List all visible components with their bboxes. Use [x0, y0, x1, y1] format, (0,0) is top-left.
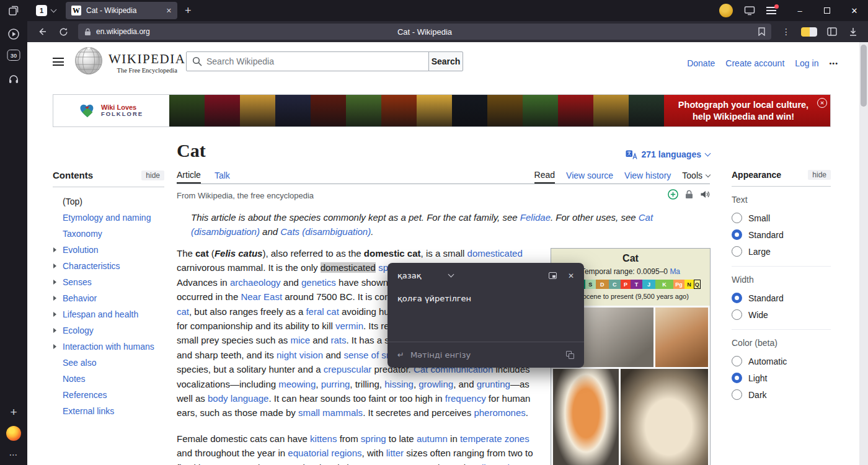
- toc-link[interactable]: Etymology and naming: [63, 213, 151, 223]
- wiki-link[interactable]: litter: [386, 448, 404, 458]
- wiki-link[interactable]: rats: [330, 335, 346, 345]
- minimize-button[interactable]: –: [786, 0, 813, 21]
- wikipedia-wordmark[interactable]: WIKIPEDIA The Free Encyclopedia: [108, 51, 185, 74]
- toc-item[interactable]: Ecology: [53, 322, 164, 339]
- appearance-option-dark[interactable]: Dark: [732, 386, 831, 403]
- wiki-link[interactable]: kittens: [310, 433, 337, 444]
- radio-selected[interactable]: [732, 229, 742, 240]
- toc-item[interactable]: Behavior: [53, 290, 164, 306]
- appearance-option-standard[interactable]: Standard: [732, 290, 831, 306]
- cat-photo-ginger[interactable]: [655, 308, 708, 367]
- wiki-link[interactable]: pedigreed cats: [468, 463, 529, 465]
- popup-close-icon[interactable]: ✕: [568, 272, 574, 280]
- wiki-link[interactable]: small mammals: [298, 407, 363, 418]
- toc-link[interactable]: (Top): [63, 197, 82, 206]
- toc-item[interactable]: Taxonomy: [53, 226, 164, 242]
- chevron-right-icon[interactable]: [53, 312, 56, 317]
- wiki-link[interactable]: meowing: [278, 379, 316, 389]
- search-button[interactable]: Search: [428, 51, 463, 71]
- wiki-link[interactable]: frequency: [445, 393, 486, 404]
- toc-item[interactable]: See also: [53, 355, 164, 371]
- reload-button[interactable]: [55, 23, 72, 40]
- wiki-link[interactable]: pheromones: [474, 407, 525, 418]
- toc-item[interactable]: Etymology and naming: [53, 210, 164, 226]
- toc-link[interactable]: Ecology: [63, 326, 94, 335]
- toc-item[interactable]: (Top): [53, 193, 164, 210]
- sidebar-new-icon[interactable]: +: [6, 405, 21, 419]
- create-account-link[interactable]: Create account: [725, 58, 784, 68]
- tab-close-icon[interactable]: ✕: [166, 7, 172, 15]
- extension-icon[interactable]: [801, 27, 817, 37]
- wiki-link[interactable]: Near East: [241, 291, 282, 302]
- radio-selected[interactable]: [732, 373, 742, 383]
- banner-close-icon[interactable]: ✕: [817, 98, 827, 108]
- wiki-link[interactable]: hissing: [384, 379, 414, 389]
- chevron-right-icon[interactable]: [53, 344, 56, 349]
- cat-photo-siamese[interactable]: [621, 369, 708, 465]
- maximize-button[interactable]: [813, 0, 841, 21]
- extension-badge-30[interactable]: 30: [7, 50, 20, 61]
- toc-link[interactable]: Characteristics: [63, 261, 120, 271]
- chevron-right-icon[interactable]: [53, 264, 56, 268]
- wiki-link[interactable]: feral cat: [306, 306, 339, 317]
- appearance-option-wide[interactable]: Wide: [732, 306, 831, 323]
- wiki-link[interactable]: crepuscular: [324, 364, 372, 374]
- chevron-right-icon[interactable]: [53, 247, 56, 252]
- wiki-link[interactable]: night vision: [277, 350, 323, 360]
- profile-avatar[interactable]: [719, 4, 733, 17]
- wiki-link[interactable]: genetics: [301, 277, 336, 288]
- copy-icon[interactable]: [566, 351, 574, 359]
- media-play-icon[interactable]: [6, 27, 21, 41]
- firefox-logo-icon[interactable]: [6, 427, 21, 440]
- toc-item[interactable]: Evolution: [53, 242, 164, 258]
- cast-icon[interactable]: [744, 6, 755, 16]
- toc-item[interactable]: References: [53, 387, 164, 403]
- wiki-link[interactable]: purring: [321, 379, 350, 389]
- page-scrollbar[interactable]: [859, 42, 868, 465]
- banner-message-area[interactable]: Photograph your local culture, help Wiki…: [664, 95, 830, 126]
- tab-counter[interactable]: 1: [32, 3, 60, 18]
- open-in-window-icon[interactable]: [549, 272, 557, 279]
- wiki-link[interactable]: mice: [290, 335, 310, 345]
- appearance-option-light[interactable]: Light: [732, 370, 831, 386]
- radio-selected[interactable]: [732, 293, 742, 303]
- url-bar[interactable]: en.wikipedia.org Cat - Wikipedia: [78, 24, 771, 40]
- appearance-option-automatic[interactable]: Automatic: [732, 353, 831, 370]
- wiki-link[interactable]: spring: [361, 433, 386, 444]
- view-history[interactable]: View history: [624, 167, 671, 184]
- radio-unselected[interactable]: [732, 213, 742, 223]
- languages-button[interactable]: 271 languages: [626, 149, 711, 159]
- appearance-option-small[interactable]: Small: [732, 210, 831, 226]
- campaign-banner[interactable]: Wiki Loves FOLKLORE Photograph your loca…: [53, 94, 831, 127]
- toc-link[interactable]: See also: [63, 358, 96, 368]
- wiki-link[interactable]: temperate zones: [460, 433, 529, 444]
- sidebar-more-icon[interactable]: ⋯: [6, 448, 21, 461]
- toc-link[interactable]: Behavior: [63, 293, 97, 303]
- app-menu-icon[interactable]: [766, 7, 776, 14]
- toc-link[interactable]: Notes: [63, 374, 86, 384]
- chevron-right-icon[interactable]: [53, 280, 56, 285]
- toc-link[interactable]: Senses: [63, 277, 92, 287]
- page-actions-icon[interactable]: ⋮: [777, 23, 795, 40]
- wiki-link[interactable]: Ma: [670, 267, 680, 276]
- bookmark-icon[interactable]: [758, 27, 765, 36]
- toc-link[interactable]: Interaction with humans: [63, 342, 154, 352]
- toc-link[interactable]: Lifespan and health: [63, 309, 138, 319]
- toc-link[interactable]: References: [63, 390, 107, 400]
- tabs-sidebar-icon[interactable]: [6, 4, 21, 17]
- radio-unselected[interactable]: [732, 309, 742, 320]
- sidebar-toggle-icon[interactable]: [823, 23, 841, 40]
- back-button[interactable]: [33, 23, 51, 40]
- wiki-link[interactable]: domesticated: [467, 248, 523, 259]
- popup-input-placeholder[interactable]: Мәтінді енгізу: [410, 350, 471, 360]
- donate-link[interactable]: Donate: [687, 58, 715, 68]
- appearance-hide-button[interactable]: hide: [808, 170, 831, 180]
- tab-article[interactable]: Article: [177, 167, 201, 184]
- wiki-link[interactable]: body language: [208, 393, 268, 404]
- radio-unselected[interactable]: [732, 389, 742, 400]
- browser-tab[interactable]: W Cat - Wikipedia ✕: [66, 2, 177, 19]
- add-topic-icon[interactable]: [668, 189, 678, 200]
- wiki-link[interactable]: growling: [418, 379, 453, 389]
- listen-speaker-icon[interactable]: [700, 190, 710, 199]
- toc-link[interactable]: Evolution: [63, 245, 99, 255]
